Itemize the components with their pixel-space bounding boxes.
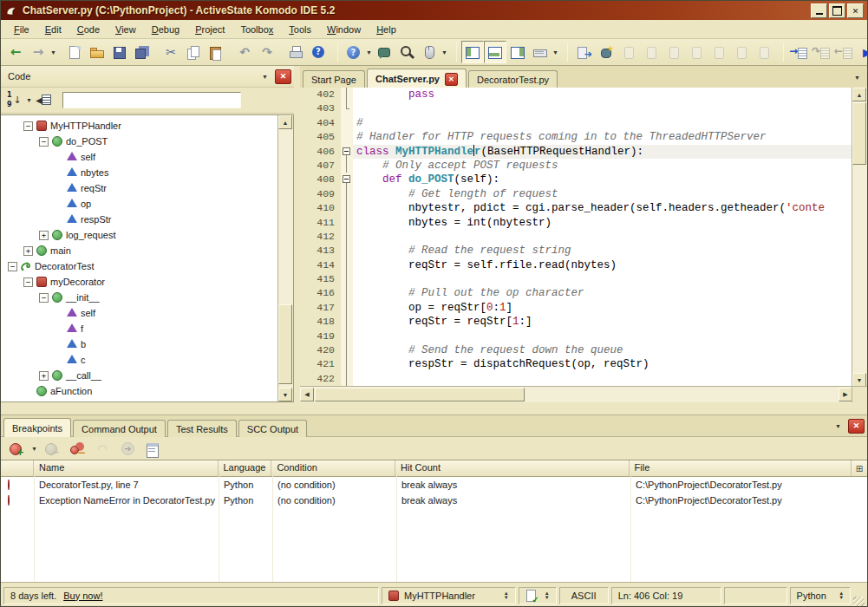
- encoding-status[interactable]: ASCII: [559, 587, 609, 604]
- find-button[interactable]: [395, 41, 418, 63]
- tree-scrollbar[interactable]: ▲ ▼: [277, 115, 293, 401]
- tree-item-reqStr[interactable]: reqStr: [1, 180, 278, 196]
- resize-grip-icon[interactable]: [853, 597, 865, 607]
- pane-left-button[interactable]: [461, 41, 484, 63]
- code-line-410[interactable]: 410 nbytestr, pdict = cgi.parse_header(s…: [300, 201, 852, 215]
- fold-margin[interactable]: [341, 187, 353, 201]
- expand-icon[interactable]: +: [23, 246, 33, 256]
- horizontal-splitter[interactable]: [1, 402, 867, 414]
- code-text[interactable]: [353, 372, 852, 386]
- paste-button[interactable]: [205, 41, 227, 63]
- code-line-415[interactable]: 415: [300, 272, 852, 286]
- code-text[interactable]: op = reqStr[0:1]: [353, 301, 852, 315]
- code-line-409[interactable]: 409 # Get length of request: [300, 187, 852, 201]
- code-line-414[interactable]: 414 reqStr = self.rfile.read(nbytes): [300, 258, 852, 272]
- fold-margin[interactable]: [341, 201, 353, 215]
- code-line-404[interactable]: 404#: [300, 116, 852, 130]
- web-button[interactable]: ?: [343, 41, 365, 63]
- code-line-418[interactable]: 418 reqStr = reqStr[1:]: [300, 315, 852, 329]
- code-line-416[interactable]: 416 # Pull out the op character: [300, 286, 852, 300]
- tree-item-DecoratorTest[interactable]: −DecoratorTest: [1, 258, 278, 274]
- fold-margin[interactable]: [341, 145, 353, 159]
- bpdelete-button[interactable]: [66, 437, 88, 460]
- spinner-icon[interactable]: ▲▼: [538, 591, 550, 600]
- vertical-splitter[interactable]: [294, 66, 300, 402]
- fold-collapse-icon[interactable]: [343, 175, 350, 183]
- minimize-button[interactable]: [811, 3, 827, 18]
- expand-icon[interactable]: +: [39, 231, 49, 240]
- fold-margin[interactable]: [341, 159, 353, 173]
- dropdown-caret-icon[interactable]: ▼: [365, 42, 373, 62]
- tree-scroll-thumb[interactable]: [278, 304, 292, 384]
- fold-margin[interactable]: [341, 357, 353, 371]
- fold-margin[interactable]: [341, 343, 353, 357]
- expand-icon[interactable]: +: [39, 371, 49, 381]
- code-text[interactable]: reqStr = reqStr[1:]: [353, 315, 852, 329]
- menu-item-window[interactable]: Window: [319, 22, 369, 37]
- menu-item-file[interactable]: File: [6, 22, 37, 37]
- editor-scroll-up-icon[interactable]: ▲: [852, 88, 866, 101]
- collapse-icon[interactable]: −: [23, 277, 33, 287]
- tree-item-respStr[interactable]: respStr: [1, 212, 278, 227]
- tab-scc-output[interactable]: SCC Output: [238, 420, 307, 437]
- spinner-icon[interactable]: ▲▼: [497, 591, 509, 600]
- syntax-check-selector[interactable]: ▲▼: [519, 587, 557, 604]
- code-text[interactable]: [353, 230, 852, 244]
- code-text[interactable]: [353, 272, 852, 286]
- tab-test-results[interactable]: Test Results: [167, 420, 237, 437]
- dropdown-caret-icon[interactable]: ▼: [551, 42, 559, 62]
- output-close-button[interactable]: ✕: [848, 419, 865, 434]
- code-text[interactable]: def do_POST(self):: [353, 173, 852, 186]
- undo-button[interactable]: ↶: [233, 41, 256, 63]
- fold-margin[interactable]: [341, 315, 353, 329]
- code-line-403[interactable]: 403: [300, 101, 852, 115]
- fold-margin[interactable]: [341, 101, 353, 115]
- sort-icon[interactable]: ↓: [6, 93, 22, 108]
- code-line-419[interactable]: 419: [300, 330, 852, 343]
- collapse-icon[interactable]: −: [8, 262, 17, 271]
- editor-scroll-left-icon[interactable]: ◀: [300, 388, 314, 401]
- menu-item-edit[interactable]: Edit: [37, 22, 69, 37]
- tab-decoratortest-py[interactable]: DecoratorTest.py: [468, 70, 558, 88]
- code-line-406[interactable]: 406class MyHTTPHandler(BaseHTTPRequestHa…: [300, 145, 852, 159]
- code-tree[interactable]: −MyHTTPHandler−do_POSTselfnbytesreqStrop…: [1, 114, 294, 402]
- maximize-button[interactable]: [829, 3, 845, 18]
- code-text[interactable]: class MyHTTPHandler(BaseHTTPRequestHandl…: [353, 145, 852, 159]
- collapse-icon[interactable]: −: [39, 137, 49, 147]
- tree-item-self[interactable]: self: [1, 305, 278, 321]
- menu-item-help[interactable]: Help: [369, 22, 404, 37]
- open-button[interactable]: [86, 41, 108, 63]
- column-header-Hit Count[interactable]: Hit Count: [395, 460, 629, 476]
- menu-item-tools[interactable]: Tools: [281, 22, 319, 37]
- tree-item-MyHTTPHandler[interactable]: −MyHTTPHandler: [1, 118, 278, 134]
- menu-item-view[interactable]: View: [108, 22, 144, 37]
- tab-list-dropdown-icon[interactable]: ▼: [849, 69, 865, 85]
- save-button[interactable]: [108, 41, 131, 63]
- editor-scroll-right-icon[interactable]: ▶: [839, 388, 852, 401]
- fold-margin[interactable]: [341, 372, 353, 386]
- tree-item-aFunction[interactable]: aFunction: [1, 383, 278, 399]
- tree-item-logrequest[interactable]: +log_request: [1, 227, 278, 243]
- tab-close-icon[interactable]: ✕: [445, 73, 458, 86]
- table-row[interactable]: DecoratorTest.py, line 7Python(no condit…: [1, 477, 867, 493]
- menu-item-project[interactable]: Project: [187, 22, 232, 37]
- column-header-File[interactable]: File: [630, 460, 852, 476]
- code-text[interactable]: # Handler for HTTP requests coming in to…: [353, 130, 852, 144]
- code-text[interactable]: respStr = dispatchRequest(op, reqStr): [353, 357, 852, 371]
- scc-add-button[interactable]: [595, 41, 617, 63]
- column-picker-icon[interactable]: ⊞: [852, 460, 867, 476]
- code-text[interactable]: # Only accept POST requests: [353, 159, 852, 173]
- code-text[interactable]: #: [353, 116, 852, 130]
- language-selector[interactable]: Python ▲▼: [790, 587, 852, 604]
- menu-item-toolbox[interactable]: Toolbox: [232, 22, 281, 37]
- tree-item-b[interactable]: b: [1, 336, 278, 352]
- code-line-420[interactable]: 420 # Send the request down the queue: [300, 343, 852, 357]
- print-button[interactable]: [284, 41, 307, 63]
- code-text[interactable]: [353, 330, 852, 343]
- pane-right-button[interactable]: [506, 41, 529, 63]
- column-header-Language[interactable]: Language: [219, 460, 272, 476]
- cut-button[interactable]: ✂: [160, 41, 182, 63]
- panel-close-button[interactable]: ✕: [275, 69, 291, 84]
- code-editor[interactable]: 402 pass403404#405# Handler for HTTP req…: [300, 88, 852, 387]
- step-in-button[interactable]: →: [788, 41, 811, 63]
